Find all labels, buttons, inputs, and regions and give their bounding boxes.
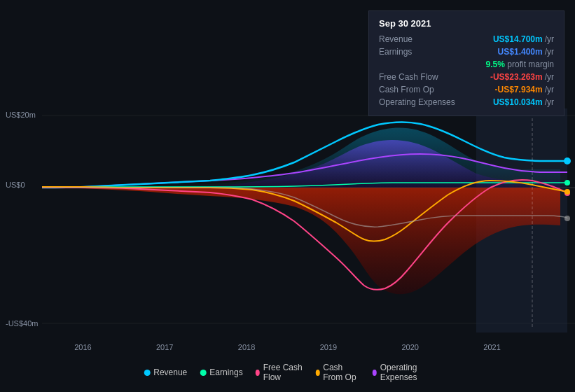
legend-dot-cfo — [315, 370, 319, 376]
legend-label-cfo: Cash From Op — [323, 363, 359, 382]
tooltip-profit-margin: 9.5% profit margin — [486, 59, 554, 69]
tooltip-unit-opex: /yr — [545, 97, 554, 107]
tooltip-row-cfo: Cash From Op -US$7.934m /yr — [379, 83, 554, 96]
tooltip-value-fcf: -US$23.263m — [490, 72, 543, 82]
y-axis-mid: US$0 — [6, 181, 25, 189]
x-label-2017: 2017 — [156, 343, 173, 351]
y-axis-bot: -US$40m — [6, 319, 38, 328]
y-axis-top: US$20m — [6, 111, 36, 119]
tooltip-value-revenue: US$14.700m — [493, 34, 543, 44]
tooltip-label-earnings: Earnings — [379, 47, 463, 57]
svg-point-8 — [564, 216, 570, 221]
tooltip: Sep 30 2021 Revenue US$14.700m /yr Earni… — [368, 10, 564, 116]
legend-label-earnings: Earnings — [209, 368, 242, 377]
tooltip-date: Sep 30 2021 — [379, 18, 554, 29]
legend-item-earnings[interactable]: Earnings — [200, 368, 242, 377]
legend-item-opex[interactable]: Operating Expenses — [373, 363, 431, 382]
tooltip-unit-fcf: /yr — [545, 72, 554, 82]
legend-dot-revenue — [144, 370, 150, 376]
tooltip-row-earnings: Earnings US$1.400m /yr — [379, 46, 554, 58]
tooltip-label-fcf: Free Cash Flow — [379, 72, 463, 82]
x-label-2016: 2016 — [74, 343, 91, 351]
chart-container: US$20m US$0 -US$40m 2016 2017 2018 2019 … — [0, 0, 575, 392]
legend-item-revenue[interactable]: Revenue — [144, 368, 187, 377]
legend-item-cfo[interactable]: Cash From Op — [315, 363, 359, 382]
legend-dot-fcf — [256, 370, 260, 376]
tooltip-row-opex: Operating Expenses US$10.034m /yr — [379, 96, 554, 108]
legend: Revenue Earnings Free Cash Flow Cash Fro… — [144, 363, 431, 382]
svg-point-5 — [564, 180, 570, 186]
legend-dot-opex — [373, 370, 377, 376]
tooltip-unit-cfo: /yr — [545, 85, 554, 94]
tooltip-label-revenue: Revenue — [379, 34, 463, 44]
x-label-2019: 2019 — [320, 343, 337, 351]
tooltip-value-cfo: -US$7.934m — [495, 85, 543, 94]
x-label-2018: 2018 — [238, 343, 255, 351]
svg-point-4 — [564, 158, 571, 164]
tooltip-unit-revenue: /yr — [545, 34, 554, 44]
tooltip-row-margin: 9.5% profit margin — [379, 58, 554, 71]
legend-label-fcf: Free Cash Flow — [263, 363, 303, 382]
tooltip-unit-earnings: /yr — [545, 47, 554, 57]
legend-item-fcf[interactable]: Free Cash Flow — [256, 363, 303, 382]
legend-dot-earnings — [200, 370, 206, 376]
tooltip-label-cfo: Cash From Op — [379, 85, 463, 94]
tooltip-row-revenue: Revenue US$14.700m /yr — [379, 33, 554, 46]
tooltip-row-fcf: Free Cash Flow -US$23.263m /yr — [379, 71, 554, 83]
legend-label-revenue: Revenue — [153, 368, 187, 377]
x-label-2021: 2021 — [483, 343, 500, 351]
svg-point-7 — [564, 189, 570, 195]
tooltip-value-earnings: US$1.400m — [498, 47, 543, 57]
legend-label-opex: Operating Expenses — [380, 363, 431, 382]
x-label-2020: 2020 — [401, 343, 418, 351]
tooltip-value-opex: US$10.034m — [493, 97, 543, 107]
x-axis: 2016 2017 2018 2019 2020 2021 — [0, 343, 575, 351]
tooltip-label-opex: Operating Expenses — [379, 97, 463, 107]
